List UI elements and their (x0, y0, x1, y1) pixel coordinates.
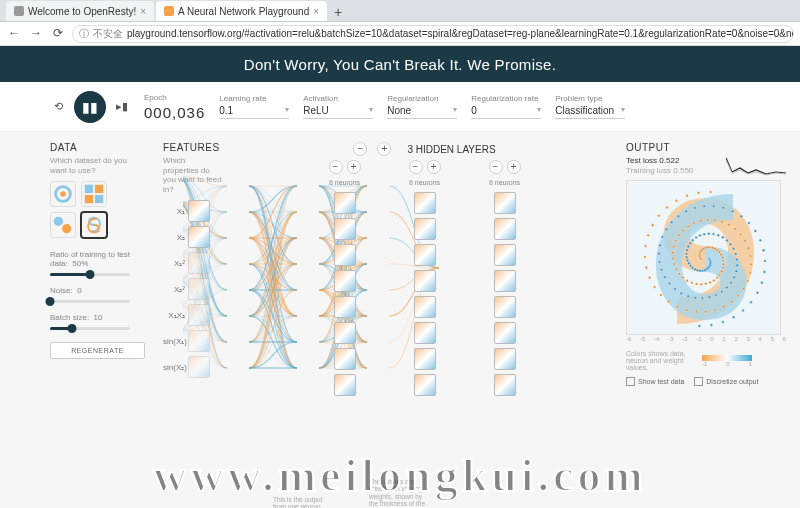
close-icon[interactable]: × (140, 6, 146, 17)
neuron[interactable] (494, 192, 516, 214)
remove-neuron-button[interactable]: − (489, 160, 503, 174)
svg-point-51 (715, 294, 718, 297)
svg-point-35 (703, 233, 706, 236)
epoch-label: Epoch (144, 93, 205, 102)
neuron[interactable] (334, 374, 356, 396)
neuron[interactable] (494, 296, 516, 318)
neuron[interactable] (494, 322, 516, 344)
dataset-spiral[interactable] (81, 212, 107, 238)
features-heading: FEATURES (163, 142, 223, 153)
reg-rate-control: Regularization rate 0 (471, 94, 541, 119)
feature-x2[interactable] (188, 226, 210, 248)
add-layer-button[interactable]: + (377, 142, 391, 156)
svg-rect-2 (85, 185, 93, 193)
data-column: DATA Which dataset do you want to use? R… (50, 142, 145, 508)
feature-x1sq[interactable] (188, 252, 210, 274)
neuron[interactable] (334, 244, 356, 266)
neuron[interactable] (414, 218, 436, 240)
dataset-gauss[interactable] (50, 212, 76, 238)
svg-point-161 (647, 234, 650, 237)
neuron[interactable] (414, 322, 436, 344)
address-bar[interactable]: ⓘ 不安全 playground.tensorflow.org/#activat… (72, 25, 794, 43)
svg-point-136 (727, 224, 730, 227)
noise-slider[interactable] (50, 300, 130, 303)
svg-point-7 (62, 224, 71, 233)
svg-point-133 (706, 219, 709, 222)
info-icon: ⓘ (79, 27, 89, 41)
feature-x1[interactable] (188, 200, 210, 222)
output-plot[interactable] (626, 180, 781, 335)
hidden-layer: −+8 neurons (489, 160, 521, 396)
feature-sinx2[interactable] (188, 356, 210, 378)
neuron[interactable] (414, 270, 436, 292)
regenerate-button[interactable]: REGENERATE (50, 342, 145, 359)
neuron[interactable] (334, 270, 356, 292)
show-test-data-checkbox[interactable]: Show test data (626, 377, 684, 386)
annotation-output: This is the output from one neuron. (273, 496, 333, 508)
svg-rect-3 (95, 195, 103, 203)
forward-button[interactable]: → (28, 26, 44, 42)
svg-point-100 (709, 246, 712, 249)
ratio-slider[interactable] (50, 273, 130, 276)
svg-point-147 (730, 301, 733, 304)
back-button[interactable]: ← (6, 26, 22, 42)
neuron[interactable] (494, 244, 516, 266)
remove-neuron-button[interactable]: − (409, 160, 423, 174)
reset-button[interactable]: ⟲ (50, 99, 66, 115)
neuron[interactable] (494, 374, 516, 396)
svg-point-166 (686, 195, 689, 198)
neuron[interactable] (334, 192, 356, 214)
step-button[interactable]: ▸▮ (114, 99, 130, 115)
svg-point-22 (694, 268, 697, 271)
add-neuron-button[interactable]: + (427, 160, 441, 174)
neuron[interactable] (414, 348, 436, 370)
play-pause-button[interactable]: ▮▮ (74, 91, 106, 123)
svg-point-20 (699, 269, 702, 272)
discretize-checkbox[interactable]: Discretize output (694, 377, 758, 386)
neuron[interactable] (334, 296, 356, 318)
remove-neuron-button[interactable]: − (329, 160, 343, 174)
neuron[interactable] (494, 270, 516, 292)
neuron[interactable] (414, 244, 436, 266)
svg-point-146 (737, 294, 740, 297)
feature-x2sq[interactable] (188, 278, 210, 300)
dataset-circle[interactable] (50, 181, 76, 207)
reload-button[interactable]: ⟳ (50, 26, 66, 42)
neuron[interactable] (334, 348, 356, 370)
svg-point-164 (666, 206, 669, 209)
batch-slider[interactable] (50, 327, 130, 330)
close-icon[interactable]: × (313, 6, 319, 17)
neuron[interactable] (494, 218, 516, 240)
browser-tab[interactable]: Welcome to OpenResty! × (6, 1, 154, 21)
neuron[interactable] (414, 192, 436, 214)
feature-sinx1[interactable] (188, 330, 210, 352)
neuron[interactable] (334, 218, 356, 240)
learning-rate-select[interactable]: 0.1 (219, 105, 289, 119)
dataset-xor[interactable] (81, 181, 107, 207)
svg-point-102 (714, 247, 717, 250)
regularization-select[interactable]: None (387, 105, 457, 119)
data-subtext: Which dataset do you want to use? (50, 156, 145, 175)
problem-type-select[interactable]: Classification (555, 105, 625, 119)
reg-rate-select[interactable]: 0 (471, 105, 541, 119)
activation-select[interactable]: ReLU (303, 105, 373, 119)
neuron[interactable] (334, 322, 356, 344)
learning-rate-control: Learning rate 0.1 (219, 94, 289, 119)
svg-point-39 (721, 236, 724, 239)
feature-x1x2[interactable] (188, 304, 210, 326)
svg-point-44 (736, 258, 739, 261)
svg-point-132 (699, 220, 702, 223)
svg-point-74 (740, 215, 743, 218)
neuron[interactable] (414, 296, 436, 318)
svg-point-142 (750, 263, 753, 266)
new-tab-button[interactable]: + (329, 3, 347, 21)
add-neuron-button[interactable]: + (347, 160, 361, 174)
remove-layer-button[interactable]: − (353, 142, 367, 156)
neuron[interactable] (494, 348, 516, 370)
add-neuron-button[interactable]: + (507, 160, 521, 174)
activation-control: Activation ReLU (303, 94, 373, 119)
svg-point-43 (734, 253, 737, 256)
neuron[interactable] (414, 374, 436, 396)
svg-point-42 (732, 247, 735, 250)
browser-tab[interactable]: A Neural Network Playground × (156, 1, 327, 21)
